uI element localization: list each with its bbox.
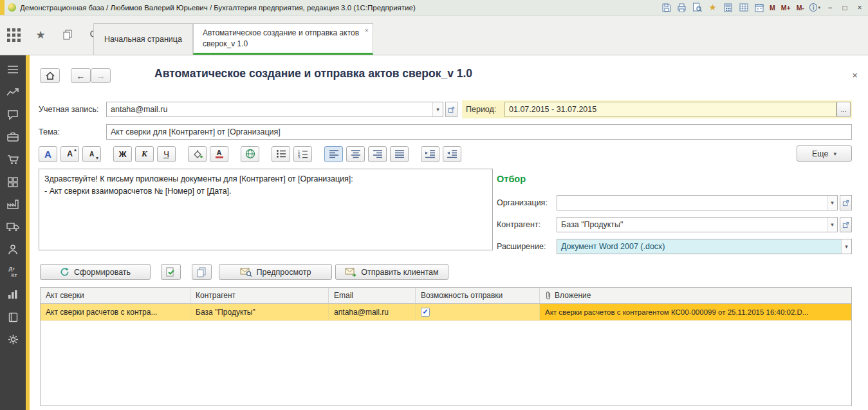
font-decrease-button[interactable]: А▾ [82, 146, 101, 162]
calendar-icon [755, 3, 764, 12]
sidebar-item-operations[interactable]: ДтКт [0, 261, 26, 283]
column-header-email[interactable]: Email [329, 288, 416, 303]
app-window: Демонстрационная база / Любимов Валерий … [0, 0, 868, 410]
italic-button[interactable]: К [135, 146, 154, 162]
sidebar-item-menu[interactable] [0, 58, 26, 80]
sidebar-item-production[interactable] [0, 193, 26, 216]
period-value: 01.07.2015 - 31.07.2015 [509, 105, 596, 114]
copy-pages-icon [197, 267, 207, 277]
page-title: Автоматическое создание и отправка актов… [154, 67, 472, 80]
organization-dropdown-button[interactable]: ▾ [827, 196, 837, 210]
background-color-button[interactable] [188, 146, 207, 162]
align-right-button[interactable] [368, 146, 387, 162]
indent-increase-button[interactable] [421, 146, 439, 162]
preview-button[interactable]: Предпросмотр [219, 264, 332, 280]
font-button[interactable]: А [39, 146, 57, 162]
align-justify-button[interactable] [390, 146, 409, 162]
sidebar-item-employees[interactable] [0, 238, 26, 261]
briefcase-icon [7, 132, 19, 142]
generate-button[interactable]: Сформировать [40, 264, 151, 280]
forward-button[interactable]: → [91, 68, 111, 83]
save-button[interactable] [661, 2, 672, 13]
table-row[interactable]: Акт сверки расчетов с контра... База "Пр… [41, 304, 851, 321]
globe-icon [245, 149, 255, 159]
sidebar-item-sales[interactable] [0, 80, 26, 103]
tab-close-icon[interactable]: × [365, 26, 369, 35]
sidebar-item-warehouse[interactable] [0, 216, 26, 238]
sidebar-item-modules[interactable] [0, 171, 26, 193]
message-body-editor[interactable]: Здравствуйте! К письму приложены докумен… [39, 169, 493, 250]
sidebar-item-notifications[interactable] [0, 103, 26, 126]
favorites-star-icon: ★ [709, 3, 717, 12]
counterparty-field[interactable]: База "Продукты" ▾ [557, 217, 838, 232]
more-button[interactable]: Еще▾ [797, 145, 852, 162]
memory-mminus-button[interactable]: M- [796, 4, 805, 12]
period-field[interactable]: 01.07.2015 - 31.07.2015 [504, 102, 836, 117]
print-button[interactable] [676, 2, 687, 13]
sections-grid-icon [7, 28, 10, 32]
memory-m-button[interactable]: M [769, 4, 776, 12]
subject-field[interactable]: Акт сверки для [Контрагент] от [Организа… [106, 124, 852, 140]
extension-field[interactable]: Документ Word 2007 (.docx) ▾ [557, 239, 852, 254]
sidebar-item-directories[interactable] [0, 306, 26, 328]
align-justify-icon [394, 149, 405, 158]
tab-home[interactable]: Начальная страница [93, 23, 193, 55]
history-panel-button[interactable] [58, 25, 77, 44]
align-left-button[interactable] [324, 146, 343, 162]
close-form-button[interactable]: × [852, 70, 858, 80]
sidebar-item-purchases[interactable] [0, 148, 26, 171]
underline-button[interactable]: Ч [157, 146, 176, 162]
dt-kt-icon: ДтКт [9, 266, 17, 277]
favorites-button[interactable]: ★ [707, 2, 718, 13]
back-button[interactable]: ← [71, 68, 91, 83]
account-open-button[interactable] [445, 102, 457, 117]
period-more-button[interactable]: ... [836, 102, 851, 117]
calculator-button[interactable] [723, 2, 734, 13]
maximize-button[interactable]: □ [840, 3, 850, 12]
set-all-flags-button[interactable] [161, 264, 181, 280]
organization-open-button[interactable] [840, 195, 852, 210]
tab-current-label: Автоматическое создание и отправка актов… [203, 28, 360, 48]
bold-button[interactable]: Ж [113, 146, 132, 162]
favorites-panel-button[interactable]: ★ [31, 25, 50, 44]
home-button[interactable] [40, 68, 60, 83]
clear-all-flags-button[interactable] [192, 264, 212, 280]
send-to-clients-button[interactable]: Отправить клиентам [335, 264, 448, 280]
extension-dropdown-button[interactable]: ▾ [841, 239, 851, 254]
envelope-magnifier-icon [240, 267, 252, 277]
column-header-attachment[interactable]: Вложение [540, 288, 851, 303]
close-window-button[interactable]: × [854, 3, 865, 12]
sidebar-item-briefcase[interactable] [0, 126, 26, 148]
account-field[interactable]: antaha@mail.ru ▾ [106, 102, 443, 117]
numbered-list-icon: 1.2.3. [298, 149, 308, 159]
column-header-counterparty[interactable]: Контрагент [190, 288, 329, 303]
sidebar-item-settings[interactable] [0, 328, 26, 351]
account-dropdown-button[interactable]: ▾ [432, 102, 443, 116]
organization-field[interactable]: ▾ [557, 195, 838, 210]
font-increase-button[interactable]: А▴ [60, 146, 79, 162]
spreadsheet-button[interactable] [738, 2, 749, 13]
calendar-button[interactable] [753, 2, 764, 13]
counterparty-dropdown-button[interactable]: ▾ [827, 218, 837, 232]
counterparty-open-button[interactable] [840, 217, 852, 232]
window-title: Демонстрационная база / Любимов Валерий … [20, 4, 416, 12]
info-menu-button[interactable]: i▾ [809, 2, 820, 13]
trend-chart-icon [6, 87, 19, 97]
arrow-up-icon: ▴ [74, 147, 77, 153]
column-header-act[interactable]: Акт сверки [41, 288, 190, 303]
align-center-button[interactable] [346, 146, 365, 162]
print-preview-button[interactable] [692, 2, 703, 13]
sidebar-item-reports[interactable] [0, 283, 26, 306]
hyperlink-button[interactable] [241, 146, 259, 162]
sections-panel-button[interactable] [4, 25, 23, 44]
can-send-checkbox[interactable]: ✓ [421, 308, 430, 317]
indent-decrease-button[interactable] [443, 146, 461, 162]
bullet-list-button[interactable] [272, 146, 290, 162]
numbered-list-button[interactable]: 1.2.3. [293, 146, 312, 162]
column-header-can-send[interactable]: Возможность отправки [416, 288, 540, 303]
tab-current[interactable]: Автоматическое создание и отправка актов… [193, 23, 373, 55]
text-color-button[interactable]: А [210, 146, 228, 162]
memory-mplus-button[interactable]: M+ [780, 4, 791, 12]
page-check-icon [166, 267, 176, 277]
minimize-button[interactable]: − [825, 3, 835, 12]
